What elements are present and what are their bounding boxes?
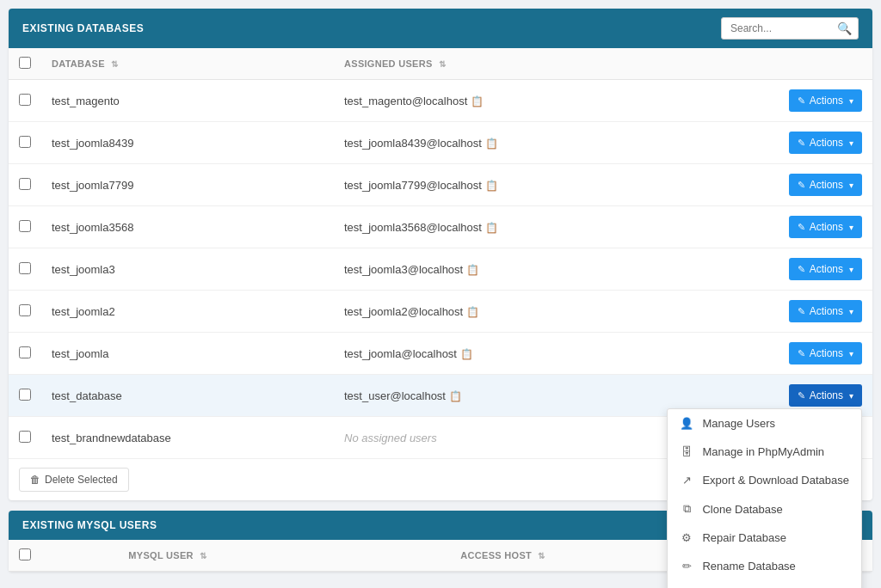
chevron-down-icon: ▾ <box>849 265 853 274</box>
chevron-down-icon: ▾ <box>849 349 853 358</box>
database-name: test_joomla <box>41 333 334 375</box>
copy-icon[interactable]: 📋 <box>471 95 484 107</box>
actions-wrapper: ✎ Actions ▾ <box>789 174 862 196</box>
repair-database-label: Repair Database <box>702 531 786 544</box>
edit-icon: ✎ <box>798 180 805 191</box>
actions-button[interactable]: ✎ Actions ▾ <box>789 89 862 112</box>
mysql-select-all-checkbox[interactable] <box>19 548 31 560</box>
actions-cell: ✎ Actions ▾ <box>778 164 872 206</box>
actions-wrapper: ✎ Actions ▾ <box>789 89 862 112</box>
copy-icon[interactable]: 📋 <box>449 390 462 402</box>
mysql-header-user: MYSQL USER ⇅ <box>118 540 450 572</box>
row-checkbox[interactable] <box>19 136 31 148</box>
mysql-user-sort-icon[interactable]: ⇅ <box>200 551 206 560</box>
row-checkbox[interactable] <box>19 431 31 443</box>
database-name: test_joomla3 <box>41 248 334 291</box>
database-name: test_joomla3568 <box>41 206 334 248</box>
table-row: test_databasetest_user@localhost📋✎ Actio… <box>9 375 872 417</box>
database-name: test_joomla2 <box>41 291 334 333</box>
manage-users-label: Manage Users <box>702 417 775 430</box>
copy-icon[interactable]: 📋 <box>460 348 473 360</box>
edit-icon: ✎ <box>798 348 805 359</box>
table-header-row: DATABASE ⇅ ASSIGNED USERS ⇅ <box>9 48 872 80</box>
dropdown-item-export-download[interactable]: ↗Export & Download Database <box>668 466 861 494</box>
edit-icon: ✎ <box>798 264 805 275</box>
actions-button[interactable]: ✎ Actions ▾ <box>789 300 862 322</box>
actions-wrapper: ✎ Actions ▾ <box>789 216 862 238</box>
copy-icon[interactable]: 📋 <box>466 264 479 276</box>
database-sort-icon[interactable]: ⇅ <box>111 59 118 69</box>
dropdown-item-rename-database[interactable]: ✏Rename Database <box>668 552 861 580</box>
assigned-user: test_joomla2@localhost📋 <box>334 291 778 333</box>
search-icon: 🔍 <box>837 21 853 35</box>
row-checkbox[interactable] <box>19 389 31 401</box>
delete-selected-button[interactable]: 🗑 Delete Selected <box>19 468 129 492</box>
row-checkbox[interactable] <box>19 304 31 316</box>
access-host-sort-icon[interactable]: ⇅ <box>538 551 545 560</box>
header-assigned-users: ASSIGNED USERS ⇅ <box>334 48 778 80</box>
clone-database-icon: ⧉ <box>680 502 693 516</box>
table-row: test_joomla3568test_joomla3568@localhost… <box>9 206 872 248</box>
actions-cell: ✎ Actions ▾ <box>778 291 872 333</box>
edit-icon: ✎ <box>798 95 805 107</box>
assigned-user: test_joomla3@localhost📋 <box>334 248 778 291</box>
rename-database-icon: ✏ <box>680 560 693 573</box>
edit-icon: ✎ <box>798 390 805 401</box>
actions-button[interactable]: ✎ Actions ▾ <box>789 258 862 280</box>
manage-users-icon: 👤 <box>680 417 693 430</box>
actions-cell: ✎ Actions ▾👤Manage Users🗄Manage in PhpMy… <box>778 375 872 417</box>
actions-button[interactable]: ✎ Actions ▾ <box>789 132 862 154</box>
dropdown-item-repair-database[interactable]: ⚙Repair Database <box>668 524 861 552</box>
search-box: 🔍 <box>721 17 859 40</box>
actions-wrapper: ✎ Actions ▾👤Manage Users🗄Manage in PhpMy… <box>789 384 862 407</box>
actions-cell: ✎ Actions ▾ <box>778 122 872 164</box>
row-checkbox[interactable] <box>19 178 31 190</box>
repair-database-icon: ⚙ <box>680 531 693 544</box>
table-row: test_joomla2test_joomla2@localhost📋✎ Act… <box>9 291 872 333</box>
databases-tbody: test_magentotest_magento@localhost📋✎ Act… <box>9 80 872 459</box>
chevron-down-icon: ▾ <box>849 307 853 316</box>
manage-phpmyadmin-icon: 🗄 <box>680 445 693 458</box>
assigned-users-sort-icon[interactable]: ⇅ <box>439 59 446 69</box>
export-download-icon: ↗ <box>680 474 693 487</box>
actions-cell: ✎ Actions ▾ <box>778 80 872 122</box>
existing-databases-card: EXISTING DATABASES 🔍 DATABASE ⇅ ASSIG <box>9 9 872 500</box>
actions-button[interactable]: ✎ Actions ▾ <box>789 216 862 238</box>
rename-database-label: Rename Database <box>702 560 795 573</box>
chevron-down-icon: ▾ <box>849 391 853 401</box>
copy-icon[interactable]: 📋 <box>466 306 479 318</box>
actions-wrapper: ✎ Actions ▾ <box>789 258 862 280</box>
chevron-down-icon: ▾ <box>849 223 853 232</box>
no-users-label: No assigned users <box>344 432 437 444</box>
copy-icon[interactable]: 📋 <box>485 222 498 234</box>
dropdown-item-manage-phpmyadmin[interactable]: 🗄Manage in PhpMyAdmin <box>668 438 861 466</box>
row-checkbox[interactable] <box>19 94 31 106</box>
dropdown-item-clone-database[interactable]: ⧉Clone Database <box>668 494 861 524</box>
edit-icon: ✎ <box>798 222 805 233</box>
actions-button[interactable]: ✎ Actions ▾ <box>789 384 862 407</box>
row-checkbox[interactable] <box>19 346 31 358</box>
database-name: test_magento <box>41 80 334 122</box>
copy-icon[interactable]: 📋 <box>485 180 498 192</box>
export-download-label: Export & Download Database <box>702 474 849 487</box>
actions-wrapper: ✎ Actions ▾ <box>789 132 862 154</box>
edit-icon: ✎ <box>798 306 805 317</box>
actions-button[interactable]: ✎ Actions ▾ <box>789 174 862 196</box>
select-all-checkbox[interactable] <box>19 57 31 69</box>
actions-wrapper: ✎ Actions ▾ <box>789 342 862 364</box>
assigned-user: test_joomla3568@localhost📋 <box>334 206 778 248</box>
manage-phpmyadmin-label: Manage in PhpMyAdmin <box>702 445 824 458</box>
dropdown-item-drop-database[interactable]: 🗑Drop Database <box>668 580 861 588</box>
actions-button[interactable]: ✎ Actions ▾ <box>789 342 862 364</box>
databases-table: DATABASE ⇅ ASSIGNED USERS ⇅ test_magento… <box>9 48 872 459</box>
assigned-user: test_joomla7799@localhost📋 <box>334 164 778 206</box>
row-checkbox[interactable] <box>19 262 31 274</box>
dropdown-menu: 👤Manage Users🗄Manage in PhpMyAdmin↗Expor… <box>667 408 862 588</box>
dropdown-item-manage-users[interactable]: 👤Manage Users <box>668 409 861 438</box>
row-checkbox[interactable] <box>19 220 31 232</box>
database-name: test_joomla7799 <box>41 164 334 206</box>
assigned-user: test_magento@localhost📋 <box>334 80 778 122</box>
copy-icon[interactable]: 📋 <box>485 138 498 150</box>
table-row: test_joomla3test_joomla3@localhost📋✎ Act… <box>9 248 872 291</box>
edit-icon: ✎ <box>798 138 805 149</box>
